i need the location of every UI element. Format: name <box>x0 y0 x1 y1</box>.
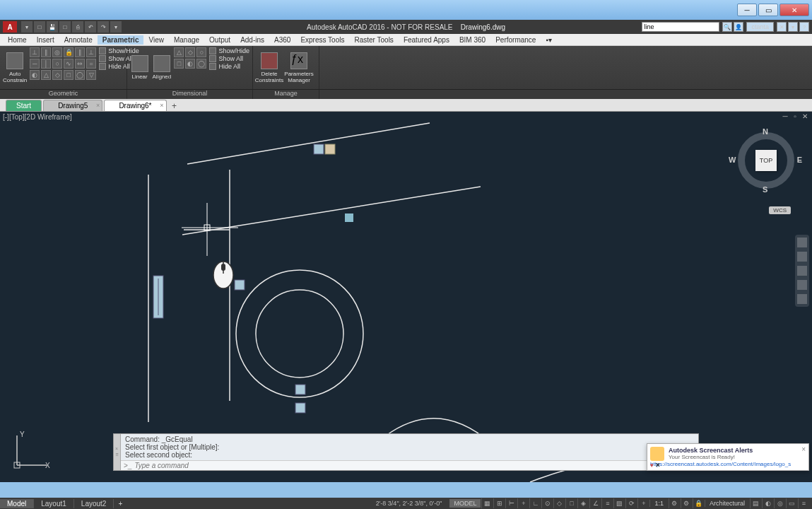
line-object[interactable] <box>187 123 430 164</box>
dim-btn-3[interactable]: ○ <box>196 47 206 57</box>
symmetric-button[interactable]: ⇔ <box>75 59 85 69</box>
nav-pan-button[interactable] <box>797 252 807 262</box>
ucs-icon[interactable]: Y X <box>10 430 52 475</box>
status-annoscale-button[interactable]: ⚙ <box>669 498 680 508</box>
app-logo-icon[interactable]: A <box>3 21 17 33</box>
vertical-button[interactable]: │ <box>41 59 51 69</box>
qat-saveas-button[interactable]: □ <box>59 21 71 33</box>
notification-dismiss-icon[interactable]: ✕ <box>655 462 661 469</box>
status-transparency-button[interactable]: ▨ <box>613 498 625 508</box>
menu-more-button[interactable]: ▪▾ <box>541 35 557 45</box>
smooth-button[interactable]: ∿ <box>64 59 73 69</box>
menu-bim-360[interactable]: BIM 360 <box>454 35 490 45</box>
gc-button-14[interactable]: △ <box>41 70 51 80</box>
notification-close-button[interactable]: × <box>801 445 806 453</box>
constraint-concentric-badge[interactable] <box>295 385 305 394</box>
status-isolate-button[interactable]: ◎ <box>774 498 785 508</box>
dim-hideall-button[interactable]: Hide All <box>209 63 249 70</box>
status-lweight-button[interactable]: ≡ <box>601 498 613 508</box>
gc-button-16[interactable]: □ <box>64 70 73 80</box>
nav-showmotion-button[interactable] <box>797 294 807 304</box>
viewport-close-button[interactable]: ✕ <box>801 112 809 121</box>
exchange-icon[interactable]: ✕ <box>777 22 787 32</box>
search-input[interactable] <box>642 22 719 32</box>
concentric-button[interactable]: ◎ <box>52 47 62 57</box>
window-close-button[interactable]: ✕ <box>779 4 809 16</box>
status-osnap-button[interactable]: □ <box>565 498 577 508</box>
fix-button[interactable]: 🔒 <box>64 47 73 57</box>
add-tab-button[interactable]: + <box>168 101 181 111</box>
status-grid-button[interactable]: ▦ <box>481 498 493 508</box>
menu-a360[interactable]: A360 <box>269 35 295 45</box>
command-window-handle[interactable]: × ⠿ <box>114 434 121 470</box>
viewcube-south[interactable]: S <box>763 185 767 194</box>
notification-link[interactable]: https://screencast.autodesk.com/Content/… <box>650 461 806 467</box>
status-cleanscreen-button[interactable]: ▭ <box>786 498 797 508</box>
grip-handle[interactable] <box>345 213 353 222</box>
dim-btn-6[interactable]: ◯ <box>196 59 206 69</box>
constraint-concentric-badge[interactable] <box>295 403 305 413</box>
qat-open-button[interactable]: □ <box>34 21 45 33</box>
help-down-icon[interactable]: ▾ <box>788 22 798 32</box>
circle-object[interactable] <box>256 290 343 378</box>
status-workspace-button[interactable]: ⚙ <box>681 498 692 508</box>
viewcube-west[interactable]: W <box>729 156 736 164</box>
dim-showall-button[interactable]: Show All <box>209 55 249 62</box>
status-infer-button[interactable]: ⊢ <box>505 498 517 508</box>
status-model-button[interactable]: MODEL <box>449 499 481 508</box>
signin-button[interactable]: ctanta <box>746 22 774 32</box>
nav-zoom-button[interactable] <box>797 266 807 276</box>
qat-undo-button[interactable]: ↶ <box>85 21 96 33</box>
dim-btn-1[interactable]: △ <box>174 47 184 57</box>
dimensional-panel-label[interactable]: Dimensional <box>127 90 253 99</box>
gc-button-17[interactable]: ◯ <box>75 70 85 80</box>
drawing-canvas[interactable]: TOP N S E W WCS Y X × ⠿ Command: _ <box>0 122 812 482</box>
layout-tab-2[interactable]: Layout2 <box>74 499 114 508</box>
geometric-panel-label[interactable]: Geometric <box>0 90 127 99</box>
qat-save-button[interactable]: 💾 <box>47 21 58 33</box>
menu-annotate[interactable]: Annotate <box>59 35 98 45</box>
dim-btn-2[interactable]: ◇ <box>185 47 195 57</box>
equal-button[interactable]: = <box>86 59 96 69</box>
command-input[interactable] <box>134 462 695 469</box>
status-ortho-button[interactable]: ∟ <box>529 498 541 508</box>
status-snap-button[interactable]: ⊞ <box>493 498 505 508</box>
menu-view[interactable]: View <box>143 35 169 45</box>
close-tab-icon[interactable]: × <box>96 102 100 109</box>
status-qprops-button[interactable]: ▤ <box>750 498 761 508</box>
menu-manage[interactable]: Manage <box>169 35 204 45</box>
gc-button-18[interactable]: ▽ <box>86 70 96 80</box>
auto-constrain-button[interactable]: Auto Constrain <box>3 47 27 88</box>
coincident-button[interactable]: ⊥ <box>30 47 40 57</box>
qat-print-button[interactable]: ⎙ <box>72 21 83 33</box>
menu-home[interactable]: Home <box>3 35 32 45</box>
nav-wheel-button[interactable] <box>797 238 807 247</box>
collinear-button[interactable]: ∥ <box>41 47 51 57</box>
window-minimize-button[interactable]: ─ <box>737 4 757 16</box>
viewport-minimize-button[interactable]: ─ <box>781 112 789 121</box>
constraint-parallel-badge[interactable] <box>314 144 324 154</box>
linear-dim-button[interactable]: Linear <box>130 47 149 88</box>
layout-tab-1[interactable]: Layout1 <box>34 499 74 508</box>
menu-parametric[interactable]: Parametric <box>98 35 144 45</box>
search-icon[interactable]: 🔍 <box>722 22 732 32</box>
nav-orbit-button[interactable] <box>797 280 807 290</box>
menu-raster-tools[interactable]: Raster Tools <box>349 35 398 45</box>
status-units-dropdown[interactable]: Architectural <box>705 500 749 507</box>
parallel-button[interactable]: ∥ <box>75 47 85 57</box>
status-iso-button[interactable]: ◇ <box>553 498 565 508</box>
command-window[interactable]: × ⠿ Command: _GcEqual Select first objec… <box>113 433 699 471</box>
doc-tab-1[interactable]: Drawing6*× <box>104 100 166 111</box>
viewport-maximize-button[interactable]: ▫ <box>791 112 799 121</box>
status-hardware-button[interactable]: ◐ <box>762 498 773 508</box>
viewcube[interactable]: TOP N S E W <box>734 129 798 192</box>
constraint-badge[interactable] <box>235 280 245 290</box>
layout-add-button[interactable]: + <box>114 499 126 508</box>
delete-constraints-button[interactable]: Delete Constraints <box>256 47 283 88</box>
dim-showhide-button[interactable]: Show/Hide <box>209 47 249 54</box>
close-tab-icon[interactable]: × <box>160 102 163 109</box>
status-cycling-button[interactable]: ⟳ <box>625 498 637 508</box>
status-annomonitor-button[interactable]: + <box>637 498 649 508</box>
status-otrack-button[interactable]: ∠ <box>589 498 601 508</box>
menu-output[interactable]: Output <box>204 35 235 45</box>
